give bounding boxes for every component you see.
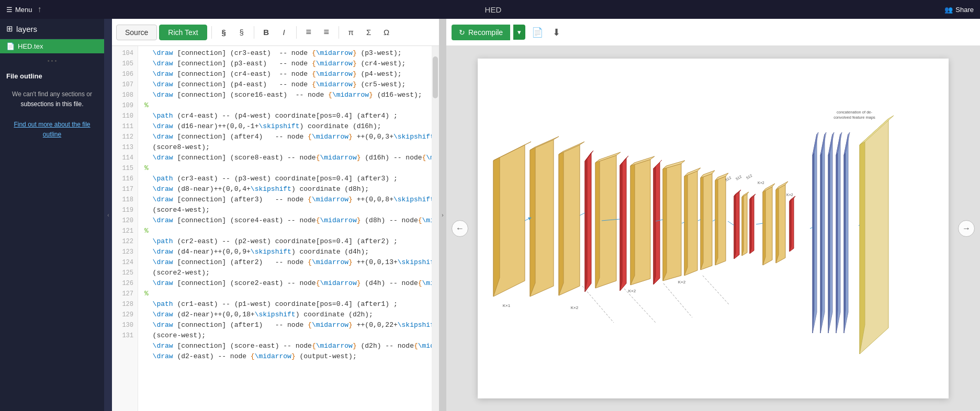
- svg-marker-8: [559, 151, 564, 295]
- toolbar-separator-3: [296, 26, 297, 39]
- code-line: (score8-west);: [138, 142, 432, 153]
- document-icon-button[interactable]: 📄: [528, 25, 546, 40]
- recompile-button[interactable]: ↻ Recompile: [452, 25, 510, 40]
- code-line: \draw [connection] (p3-east) -- node {\m…: [138, 59, 432, 69]
- line-numbers: 104105106107108 109110111112 11311411511…: [112, 46, 138, 411]
- svg-marker-35: [715, 177, 718, 265]
- main-content: ⊞ layers 📄 HED.tex • • • File outline We…: [0, 19, 980, 411]
- topbar: ☰ Menu ↑ HED 👥 Share: [0, 0, 980, 19]
- right-panel: ↻ Recompile ▾ 📄 ⬇ → ←: [446, 19, 980, 411]
- svg-text:K×2: K×2: [758, 181, 764, 185]
- ordered-list-button[interactable]: ≡: [301, 25, 317, 40]
- code-content[interactable]: \draw [connection] (cr3-east) -- node {\…: [138, 46, 432, 411]
- svg-marker-38: [734, 194, 736, 259]
- code-line: \draw [connection] (score16-east) -- nod…: [138, 90, 432, 100]
- code-line: \draw [connection] (p4-east) -- node {\m…: [138, 79, 432, 90]
- svg-marker-56: [813, 153, 814, 333]
- editor-toolbar: Source Rich Text § § B I ≡ ≡ π Σ Ω: [112, 19, 439, 46]
- code-line: \path (cr1-east) -- (p1-west) coordinate…: [138, 299, 432, 310]
- svg-marker-14: [595, 159, 600, 288]
- share-icon: 👥: [944, 6, 953, 14]
- source-tab[interactable]: Source: [116, 25, 157, 40]
- svg-marker-2: [493, 157, 500, 296]
- share-label: Share: [955, 6, 974, 14]
- code-line: \draw [connection] (after1) -- node {\mi…: [138, 320, 432, 330]
- code-line: \draw [connection] (cr3-east) -- node {\…: [138, 48, 432, 59]
- code-line: %: [138, 100, 432, 111]
- omega-button[interactable]: Ω: [379, 25, 395, 40]
- code-line: %: [138, 226, 432, 236]
- math-button[interactable]: π: [343, 25, 359, 40]
- svg-marker-44: [750, 197, 751, 254]
- editor-scrollbar[interactable]: [432, 46, 439, 411]
- richtext-tab[interactable]: Rich Text: [159, 25, 207, 40]
- unordered-list-button[interactable]: ≡: [319, 25, 334, 40]
- preview-area: → ←: [446, 46, 980, 411]
- right-toolbar: ↻ Recompile ▾ 📄 ⬇: [446, 19, 980, 46]
- svg-marker-32: [701, 175, 703, 270]
- code-editor[interactable]: 104105106107108 109110111112 11311411511…: [112, 46, 439, 411]
- svg-marker-5: [530, 147, 535, 296]
- svg-marker-50: [776, 187, 779, 263]
- sidebar-outline-message: We can't find any sections or subsection…: [0, 84, 104, 145]
- app-title: HED: [485, 5, 502, 14]
- scrollbar-thumb[interactable]: [433, 56, 438, 98]
- svg-marker-62: [828, 153, 830, 333]
- toolbar-separator-4: [339, 26, 339, 39]
- svg-marker-20: [630, 163, 635, 285]
- code-line: \path (cr3-east) -- (p3-west) coordinate…: [138, 174, 432, 184]
- outline-text: We can't find any sections or subsection…: [12, 90, 92, 108]
- sidebar-layers-label: layers: [16, 25, 37, 33]
- sidebar-file-item[interactable]: 📄 HED.tex: [0, 39, 104, 53]
- recompile-dropdown-button[interactable]: ▾: [513, 25, 525, 40]
- share-button[interactable]: 👥 Share: [944, 6, 974, 14]
- italic-button[interactable]: I: [276, 25, 292, 40]
- hamburger-icon: ☰: [6, 6, 13, 14]
- preview-nav-left[interactable]: ←: [452, 220, 468, 237]
- code-line: \draw (d2-east) -- node {\midarrow} (out…: [138, 351, 432, 362]
- code-line: (score4-west);: [138, 205, 432, 215]
- code-line: (score2-west);: [138, 268, 432, 278]
- svg-marker-47: [763, 189, 765, 265]
- svg-marker-11: [585, 159, 587, 292]
- preview-canvas: 512 512 512 K×2 K×2 concatenation of de-…: [478, 59, 949, 398]
- file-icon: 📄: [6, 42, 15, 50]
- editor-area: Source Rich Text § § B I ≡ ≡ π Σ Ω 10410…: [112, 19, 439, 411]
- svg-marker-23: [654, 166, 656, 284]
- collapse-handle-right[interactable]: ›: [439, 19, 446, 411]
- subsection-button[interactable]: §: [234, 25, 250, 40]
- code-line: \draw (d16-near)++(0,0,-1+\skipshift) co…: [138, 121, 432, 132]
- topbar-left: ☰ Menu ↑: [6, 5, 42, 14]
- refresh-icon: ↻: [459, 28, 465, 37]
- svg-marker-53: [790, 199, 791, 252]
- download-icon-button[interactable]: ⬇: [549, 25, 564, 40]
- svg-text:K×2: K×2: [786, 193, 793, 197]
- nn-diagram: 512 512 512 K×2 K×2 concatenation of de-…: [478, 59, 949, 398]
- layers-icon: ⊞: [6, 24, 13, 33]
- bold-button[interactable]: B: [258, 25, 274, 40]
- collapse-handle-left[interactable]: ‹: [105, 19, 112, 411]
- preview-nav-right[interactable]: →: [958, 220, 975, 237]
- toolbar-separator-1: [211, 26, 212, 39]
- svg-marker-29: [684, 173, 688, 276]
- code-line: \draw (d2-near)++(0,0,18+\skipshift) coo…: [138, 310, 432, 320]
- recompile-label: Recompile: [468, 28, 503, 37]
- code-line: \draw [connection] (after4) -- node {\mi…: [138, 132, 432, 142]
- sidebar: ⊞ layers 📄 HED.tex • • • File outline We…: [0, 19, 105, 411]
- svg-marker-59: [820, 153, 822, 333]
- svg-text:convolved feature maps: convolved feature maps: [833, 115, 875, 120]
- code-line: \draw [connection] (score4-east) -- node…: [138, 215, 432, 226]
- svg-marker-71: [860, 142, 865, 354]
- code-line: %: [138, 163, 432, 174]
- svg-text:K×1: K×1: [503, 303, 511, 308]
- code-line: \draw [connection] (score2-east) -- node…: [138, 278, 432, 289]
- upload-button[interactable]: ↑: [38, 5, 42, 14]
- outline-link[interactable]: Find out more about the file outline: [14, 121, 90, 138]
- code-line: \path (cr4-east) -- (p4-west) coordinate…: [138, 111, 432, 121]
- svg-marker-65: [836, 153, 838, 333]
- sidebar-outline-label: File outline: [0, 68, 104, 84]
- section-button[interactable]: §: [216, 25, 232, 40]
- svg-text:concatenation of de-: concatenation of de-: [837, 110, 872, 115]
- sum-button[interactable]: Σ: [361, 25, 377, 40]
- menu-button[interactable]: ☰ Menu: [6, 6, 32, 14]
